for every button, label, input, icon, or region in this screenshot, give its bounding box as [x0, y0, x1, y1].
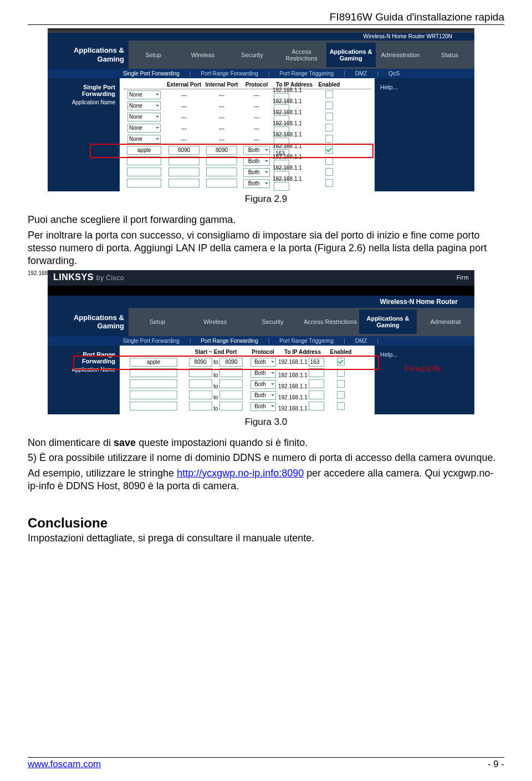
ip-last-octet[interactable] [309, 368, 324, 377]
table-row: None---------192.168.1.1 [123, 89, 371, 100]
app-select[interactable]: None [127, 124, 161, 133]
int-port-input[interactable] [206, 156, 237, 165]
proto-select[interactable]: Both [243, 146, 270, 155]
proto-select[interactable]: Both [243, 168, 270, 177]
subtab-qos[interactable]: QoS [385, 70, 403, 77]
tab-security[interactable]: Security [244, 313, 301, 331]
tab-status[interactable]: Status [425, 46, 474, 64]
ip-last-octet[interactable] [309, 390, 324, 399]
end-port-input[interactable]: 8090 [219, 358, 243, 367]
enabled-checkbox[interactable] [325, 113, 333, 120]
ext-port-input[interactable] [168, 168, 200, 176]
tab-setup[interactable]: Setup [129, 46, 178, 64]
int-port-input[interactable]: 8090 [206, 146, 237, 155]
proto-select[interactable]: Both [250, 402, 276, 411]
app-input[interactable] [127, 168, 161, 176]
app-select[interactable]: None [127, 90, 161, 99]
app-input[interactable]: apple [127, 146, 161, 155]
tab-apps-gaming[interactable]: Applications & Gaming [359, 310, 417, 334]
footer-url[interactable]: www.foscam.com [28, 759, 101, 770]
end-port-input[interactable] [219, 379, 243, 388]
subtab-dmz[interactable]: DMZ [352, 70, 371, 77]
ip-last-octet[interactable]: 163 [309, 358, 324, 367]
enabled-checkbox[interactable] [325, 135, 333, 143]
ip-last-octet[interactable] [309, 402, 324, 410]
table-row: Both192.168.1.1 [123, 178, 371, 189]
side-section: Single Port Forwarding [48, 78, 120, 98]
enabled-checkbox[interactable] [325, 157, 333, 165]
subtab-port-range-fwd[interactable]: Port Range Forwarding [197, 70, 261, 77]
figure-3-0: LINKSYS by Cisco Firm Wireless-N Home Ro… [48, 270, 474, 414]
start-port-input[interactable] [189, 402, 212, 410]
app-input[interactable] [130, 379, 177, 388]
int-port-input[interactable] [206, 179, 237, 187]
table-row: apple8090 to 8090Both192.168.1.1163 [123, 357, 371, 368]
subtab-port-range-fwd[interactable]: Port Range Forwarding [197, 338, 261, 344]
enabled-checkbox[interactable] [325, 179, 333, 187]
enabled-checkbox[interactable] [337, 391, 345, 399]
app-input[interactable] [130, 368, 177, 377]
router-model-bar: Wireless-N Home Router WRT120N [48, 33, 474, 40]
ip-last-octet[interactable] [274, 182, 289, 191]
int-port-input[interactable] [206, 168, 237, 176]
subtab-single-port[interactable]: Single Port Forwarding [120, 70, 183, 77]
col-start-end: Start ~ End Port [184, 349, 248, 355]
app-input[interactable] [130, 402, 177, 410]
help-link[interactable]: Help... [380, 84, 398, 90]
app-select[interactable]: None [127, 102, 161, 110]
subtab-single-port[interactable]: Single Port Forwarding [120, 338, 183, 344]
enabled-checkbox[interactable] [325, 146, 333, 154]
tab-security[interactable]: Security [227, 46, 277, 64]
tab-access[interactable]: Access Restrictions [277, 43, 326, 67]
enabled-checkbox[interactable] [337, 380, 345, 388]
ext-port-input[interactable] [168, 179, 200, 187]
enabled-checkbox[interactable] [325, 168, 333, 176]
col-protocol: Protocol [248, 349, 278, 355]
proto-select[interactable]: Both [250, 380, 276, 389]
ext-port-input[interactable]: 8090 [168, 146, 200, 155]
enabled-checkbox[interactable] [325, 90, 333, 98]
tab-wireless[interactable]: Wireless [178, 46, 227, 64]
end-port-input[interactable] [219, 390, 243, 399]
enabled-checkbox[interactable] [325, 102, 333, 109]
ip-last-octet[interactable] [309, 379, 324, 388]
tab-access[interactable]: Access Restrictions [301, 313, 359, 331]
subtab-port-range-trig[interactable]: Port Range Triggering [276, 338, 337, 344]
proto-select[interactable]: Both [250, 391, 276, 400]
start-port-input[interactable]: 8090 [189, 358, 212, 367]
app-input[interactable]: apple [130, 358, 177, 367]
example-url-link[interactable]: http://ycxgwp.no-ip.info:8090 [177, 468, 304, 479]
proto-select[interactable]: Both [243, 157, 270, 166]
tab-admin[interactable]: Administrat [417, 313, 474, 331]
start-port-input[interactable] [189, 390, 212, 399]
end-port-input[interactable] [219, 368, 243, 377]
table-row: to Both192.168.1.1 [123, 379, 371, 390]
enabled-checkbox[interactable] [325, 124, 333, 131]
proto-select[interactable]: Both [250, 358, 276, 367]
col-enabled: Enabled [327, 349, 355, 355]
col-ip: To IP Address [278, 349, 327, 355]
page-number: - 9 - [488, 759, 504, 770]
start-port-input[interactable] [189, 368, 212, 377]
help-link[interactable]: Help... [380, 351, 398, 358]
enabled-checkbox[interactable] [337, 369, 345, 377]
end-port-input[interactable] [219, 402, 243, 410]
tab-apps-gaming[interactable]: Applications & Gaming [326, 43, 376, 67]
enabled-checkbox[interactable] [337, 358, 345, 366]
app-input[interactable] [127, 179, 161, 187]
subtab-dmz[interactable]: DMZ [352, 338, 371, 344]
app-select[interactable]: None [127, 135, 161, 144]
tab-wireless[interactable]: Wireless [186, 313, 244, 331]
ext-port-input[interactable] [168, 156, 200, 165]
tab-admin[interactable]: Administration [376, 46, 425, 64]
app-select[interactable]: None [127, 113, 161, 121]
tab-setup[interactable]: Setup [129, 313, 186, 331]
subtab-port-range-trig[interactable]: Port Range Triggering [276, 70, 337, 77]
start-port-input[interactable] [189, 379, 212, 388]
proto-select[interactable]: Both [243, 179, 270, 188]
proto-select[interactable]: Both [250, 369, 276, 378]
app-input[interactable] [130, 390, 177, 399]
enabled-checkbox[interactable] [337, 402, 345, 410]
forward-annotation: Forward thi [405, 364, 441, 373]
app-input[interactable] [127, 156, 161, 165]
